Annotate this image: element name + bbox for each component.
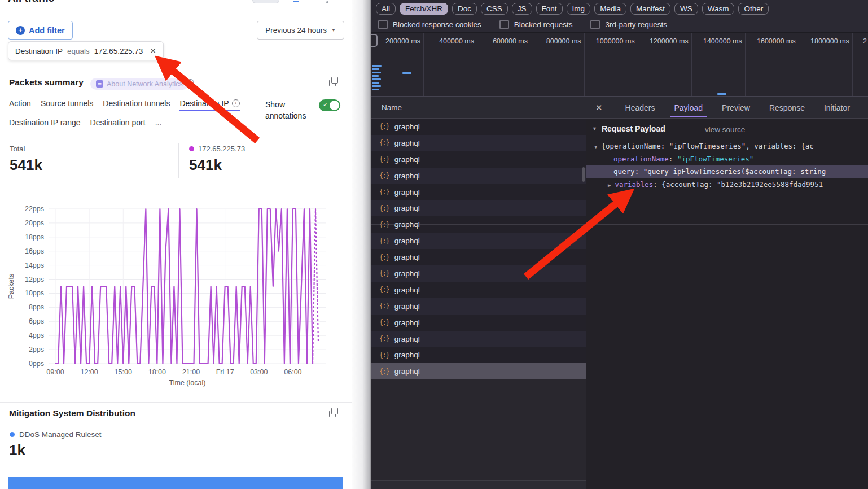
list-scrollbar-thumb[interactable] (582, 167, 585, 182)
y-tick-label: 8pps (29, 303, 44, 311)
page-title: All traffic (8, 0, 54, 5)
tab-headers[interactable]: Headers (625, 98, 655, 117)
badge-label: About Network Analytics (107, 80, 183, 88)
request-name: graphql (394, 269, 420, 278)
payload-text: operationName (613, 155, 669, 163)
tab-destination-ip-range[interactable]: Destination IP range (9, 118, 81, 127)
filter-pill-ws[interactable]: WS (674, 3, 698, 15)
filter-chip[interactable]: Destination IP equals 172.65.225.73 ✕ (8, 41, 164, 60)
request-payload-section[interactable]: ▼ Request Payload (592, 124, 665, 133)
filter-pill-img[interactable]: Img (567, 3, 591, 15)
tab-destination-ip[interactable]: Destination IPi (179, 99, 239, 108)
json-icon: {:} (379, 302, 389, 310)
checkbox-label: 3rd-party requests (605, 20, 667, 29)
filter-pill-font[interactable]: Font (536, 3, 563, 15)
detail-tabs: HeadersPayloadPreviewResponseInitiator (625, 98, 850, 117)
mitigation-title: Mitigation System Distribution (9, 408, 135, 418)
table-row[interactable]: {:}graphql (371, 298, 586, 315)
request-name: graphql (394, 335, 420, 343)
request-timing-bar (372, 78, 381, 80)
stat-total-label: Total (10, 145, 25, 153)
tab-source-tunnels[interactable]: Source tunnels (41, 99, 93, 108)
request-timing-bar (372, 68, 379, 70)
payload-line-2[interactable]: query: "query ipFlowTimeseries($accountT… (586, 165, 868, 178)
timeline-label-overflow: 2 (863, 37, 867, 45)
filter-pill-doc[interactable]: Doc (452, 3, 477, 15)
table-row[interactable]: {:}graphql (371, 168, 586, 184)
copy-panel-icon[interactable] (329, 80, 336, 86)
view-source-link[interactable]: view source (705, 125, 745, 134)
filter-pill-media[interactable]: Media (594, 3, 626, 15)
table-row[interactable]: {:}graphql (371, 233, 586, 249)
table-row[interactable]: {:}graphql (371, 315, 586, 331)
time-range-dropdown[interactable]: Previous 24 hours ▼ (257, 21, 344, 40)
check-icon: ✓ (323, 101, 328, 108)
tab-label: Destination tunnels (103, 99, 170, 108)
network-request-list: {:}graphql{:}graphql{:}graphql{:}graphql… (371, 119, 586, 379)
tab-destination-port[interactable]: Destination port (90, 118, 146, 127)
table-row[interactable]: {:}graphql (371, 249, 586, 265)
add-filter-button[interactable]: + Add filter (8, 21, 73, 40)
tab-action[interactable]: Action (9, 99, 31, 108)
y-tick-label: 10pps (25, 289, 44, 297)
filter-pill-wasm[interactable]: Wasm (702, 3, 735, 15)
table-row[interactable]: {:}graphql (371, 265, 586, 282)
request-timing-bar (372, 82, 379, 84)
filter-pill-manifest[interactable]: Manifest (630, 3, 670, 15)
table-row[interactable]: {:}graphql (371, 200, 586, 216)
filter-pill-css[interactable]: CSS (481, 3, 508, 15)
waterfall-overview[interactable]: 200000 ms400000 ms600000 ms800000 ms1000… (371, 33, 868, 97)
filter-pill-js[interactable]: JS (512, 3, 532, 15)
filter-pill-fetch-xhr[interactable]: Fetch/XHR (400, 3, 448, 15)
request-name: graphql (394, 253, 420, 261)
mitigation-bar[interactable] (8, 477, 343, 489)
network-list-header[interactable]: Name (371, 97, 586, 119)
timeline-gridline (852, 33, 853, 96)
tab-label: ... (155, 118, 162, 127)
tab-preview[interactable]: Preview (722, 98, 750, 117)
table-row[interactable]: {:}graphql (371, 184, 586, 200)
table-row[interactable]: {:}graphql (371, 363, 586, 379)
stat-total: Total 541k (10, 145, 42, 174)
payload-line-3[interactable]: ▶variables: {accountTag: "b12e3b2192ee55… (586, 178, 868, 191)
table-row[interactable]: {:}graphql (371, 331, 586, 347)
browser-deco (252, 0, 279, 3)
x-tick-label: Fri 17 (216, 368, 234, 376)
table-row[interactable]: {:}graphql (371, 347, 586, 363)
table-row[interactable]: {:}graphql (371, 119, 586, 135)
legend-dot (10, 432, 15, 437)
json-icon: {:} (379, 237, 389, 245)
copy-panel-icon[interactable] (329, 411, 336, 417)
tab--[interactable]: ... (155, 118, 162, 127)
payload-line-0[interactable]: ▼{operationName: "ipFlowTimeseries", var… (586, 140, 868, 153)
about-network-analytics-badge[interactable]: ≣ About Network Analytics (90, 78, 188, 90)
close-icon[interactable]: ✕ (595, 103, 603, 113)
tab-destination-tunnels[interactable]: Destination tunnels (103, 99, 170, 108)
x-axis-title: Time (local) (169, 379, 206, 387)
packets-timeseries-chart[interactable]: 22pps20pps18pps16pps14pps12pps10pps8pps6… (6, 201, 344, 387)
request-type-filter-bar: AllFetch/XHRDocCSSJSFontImgMediaManifest… (371, 0, 868, 17)
checkbox-blocked-requests[interactable]: Blocked requests (499, 20, 573, 29)
divider (0, 64, 352, 64)
table-row[interactable]: {:}graphql (371, 135, 586, 151)
json-icon: {:} (379, 368, 389, 376)
checkbox-blocked-response-cookies[interactable]: Blocked response cookies (378, 20, 481, 29)
table-row[interactable]: {:}graphql (371, 151, 586, 168)
json-icon: {:} (379, 351, 389, 359)
divider (371, 224, 868, 225)
request-name: graphql (394, 123, 420, 131)
scrollbar-gutter[interactable] (352, 0, 371, 489)
checkbox-3rd-party-requests[interactable]: 3rd-party requests (590, 20, 667, 29)
table-row[interactable]: {:}graphql (371, 282, 586, 298)
show-annotations-toggle[interactable]: ✓ (319, 99, 340, 111)
payload-line-1[interactable]: operationName: "ipFlowTimeseries" (586, 153, 868, 166)
payload-text: : (669, 155, 677, 163)
remove-filter-icon[interactable]: ✕ (150, 46, 156, 55)
json-icon: {:} (379, 204, 389, 212)
tab-payload[interactable]: Payload (674, 98, 703, 117)
filter-pill-other[interactable]: Other (738, 3, 769, 15)
request-timing-bar (372, 85, 381, 87)
tab-initiator[interactable]: Initiator (824, 98, 850, 117)
filter-pill-all[interactable]: All (376, 3, 396, 15)
tab-response[interactable]: Response (769, 98, 805, 117)
